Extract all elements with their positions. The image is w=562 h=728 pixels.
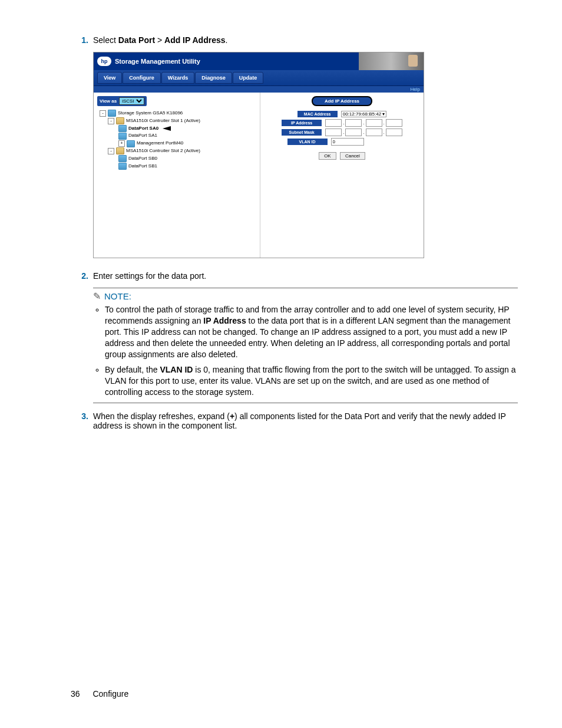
hp-logo-icon: hp <box>97 57 111 66</box>
view-as-label: View as <box>100 98 117 104</box>
ip-octet-3[interactable] <box>366 119 382 127</box>
mac-label: MAC Address <box>297 111 338 117</box>
step-1: 1. Select Data Port > Add IP Address. hp… <box>71 35 518 265</box>
mask-label: Subnet Mask <box>282 129 322 136</box>
ip-octet-1[interactable] <box>325 119 342 127</box>
panel-title: Add IP Address <box>312 96 372 106</box>
tree-p2a-label: DataPort SB0 <box>128 155 157 163</box>
expander-icon[interactable]: - <box>108 118 114 124</box>
cancel-button[interactable]: Cancel <box>340 152 365 160</box>
tree-p1a-label: DataPort SA0 <box>128 125 158 133</box>
section-name: Configure <box>92 689 128 699</box>
tab-view[interactable]: View <box>97 72 122 84</box>
tree-port-sa0[interactable]: DataPort SA0 <box>97 125 256 133</box>
tab-configure[interactable]: Configure <box>123 72 161 84</box>
row-mac: MAC Address 00:12:79:68:B5:42 ▾ <box>297 111 387 117</box>
ok-button[interactable]: OK <box>319 152 336 160</box>
port-icon <box>118 125 127 132</box>
tree-root-label: Storage System GSA5 K18096 <box>118 110 183 117</box>
expander-icon[interactable]: - <box>108 148 114 154</box>
step-1-mid: > <box>155 35 164 45</box>
step-1-text-post: . <box>225 35 227 45</box>
note-hr-bottom <box>93 403 518 403</box>
note-bullet-2: By default, the VLAN ID is 0, meaning th… <box>105 364 518 398</box>
tree-root[interactable]: - Storage System GSA5 K18096 <box>97 110 256 117</box>
step-2-text: Enter settings for the data port. <box>93 271 206 281</box>
system-icon <box>108 110 116 117</box>
ip-octet-2[interactable] <box>345 119 362 127</box>
expander-icon[interactable]: + <box>118 140 125 147</box>
step-2-number: 2. <box>71 271 93 406</box>
controller-icon <box>116 147 124 154</box>
tree-controller-2[interactable]: - MSA1510i Controller Slot 2 (Active) <box>97 147 256 155</box>
row-ip: IP Address ... <box>282 119 402 127</box>
help-bar: Help <box>94 86 424 93</box>
ip-label: IP Address <box>282 120 322 126</box>
app-title: Storage Management Utility <box>115 58 200 65</box>
vlan-input[interactable] <box>331 138 364 146</box>
tree-panel: View as iSCSI - Storage System GSA5 K180… <box>94 93 260 258</box>
tree-p2b-label: DataPort SB1 <box>128 163 157 170</box>
step-1-number: 1. <box>71 35 93 265</box>
tree-p1c-label: Management PortM40 <box>137 140 183 147</box>
expander-icon[interactable]: - <box>100 110 106 117</box>
port-icon <box>127 140 135 147</box>
tree-port-sb0[interactable]: DataPort SB0 <box>97 155 256 163</box>
controller-icon <box>116 117 124 124</box>
port-icon <box>118 133 127 140</box>
form-panel: Add IP Address MAC Address 00:12:79:68:B… <box>260 93 424 258</box>
tab-diagnose[interactable]: Diagnose <box>195 72 232 84</box>
step-1-bold-1: Data Port <box>118 35 155 45</box>
step-3: 3. When the display refreshes, expand (+… <box>71 411 518 430</box>
port-icon <box>118 163 127 170</box>
tab-wizards[interactable]: Wizards <box>161 72 194 84</box>
ip-octet-4[interactable] <box>386 119 402 127</box>
app-screenshot: hp Storage Management Utility View Confi… <box>93 52 424 258</box>
step-2: 2. Enter settings for the data port. ✎ N… <box>71 271 518 406</box>
tree-p1b-label: DataPort SA1 <box>128 132 157 140</box>
pointer-arrow-icon <box>163 126 171 131</box>
note-hr-top <box>93 288 518 288</box>
tree-c2-label: MSA1510i Controller Slot 2 (Active) <box>126 147 200 155</box>
step-1-bold-2: Add IP Address <box>164 35 225 45</box>
mask-octet-2[interactable] <box>345 129 362 136</box>
tree-port-sa1[interactable]: DataPort SA1 <box>97 132 256 140</box>
header-image <box>359 52 424 70</box>
step-3-number: 3. <box>71 411 93 430</box>
menubar: View Configure Wizards Diagnose Update <box>94 70 424 86</box>
mask-octet-1[interactable] <box>325 129 342 136</box>
help-link[interactable]: Help <box>411 87 420 92</box>
app-header: hp Storage Management Utility <box>94 52 424 70</box>
tree-mgmt-port[interactable]: + Management PortM40 <box>97 140 256 147</box>
tree: - Storage System GSA5 K18096 - MSA1510i … <box>97 110 256 170</box>
view-as-select[interactable]: iSCSI <box>119 97 144 105</box>
note-bullet-1: To control the path of storage traffic t… <box>105 304 518 360</box>
mask-octet-3[interactable] <box>366 129 382 136</box>
note-block: ✎ NOTE: To control the path of storage t… <box>93 288 518 403</box>
page-footer: 36 Configure <box>71 689 128 699</box>
note-title: NOTE: <box>104 291 131 301</box>
tree-c1-label: MSA1510i Controller Slot 1 (Active) <box>126 117 200 125</box>
tree-controller-1[interactable]: - MSA1510i Controller Slot 1 (Active) <box>97 117 256 125</box>
tree-port-sb1[interactable]: DataPort SB1 <box>97 163 256 170</box>
mask-octet-4[interactable] <box>386 129 402 136</box>
view-as-control: View as iSCSI <box>97 96 147 106</box>
page-number: 36 <box>71 689 80 699</box>
port-icon <box>118 155 127 162</box>
row-mask: Subnet Mask ... <box>282 129 402 136</box>
step-1-text-pre: Select <box>93 35 118 45</box>
note-icon: ✎ <box>93 291 101 302</box>
vlan-label: VLAN ID <box>287 139 328 145</box>
row-vlan: VLAN ID <box>287 138 397 146</box>
mac-select[interactable]: 00:12:79:68:B5:42 ▾ <box>341 111 387 117</box>
tab-update[interactable]: Update <box>233 72 264 84</box>
